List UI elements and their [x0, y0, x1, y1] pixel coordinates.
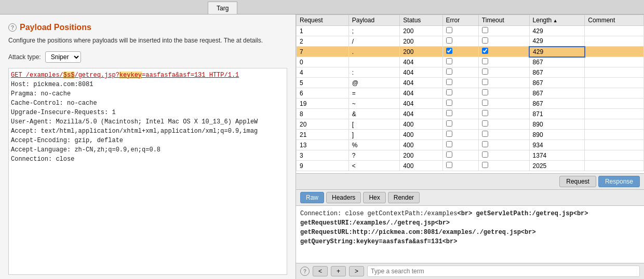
response-body: Connection: close getContextPath:/exampl…: [296, 206, 644, 263]
col-payload[interactable]: Payload: [348, 15, 400, 26]
attack-type-label: Attack type:: [8, 53, 41, 61]
add-button[interactable]: +: [331, 266, 346, 276]
tab-raw[interactable]: Raw: [300, 192, 324, 203]
format-tabs: Raw Headers Hex Render: [296, 190, 644, 206]
next-button[interactable]: >: [349, 266, 364, 276]
tab-target[interactable]: Targ: [208, 2, 237, 14]
tab-request[interactable]: Request: [559, 176, 596, 187]
description: Configure the positions where payloads w…: [8, 36, 287, 45]
page-title: Payload Positions: [20, 23, 91, 32]
help-icon[interactable]: ?: [8, 23, 17, 32]
table-row[interactable]: 4:404867: [297, 67, 644, 78]
search-bar: ? < + >: [296, 263, 644, 279]
tab-response[interactable]: Response: [598, 176, 640, 187]
attack-type-select[interactable]: Sniper: [45, 51, 81, 63]
table-row[interactable]: 6=404867: [297, 88, 644, 99]
results-table-container[interactable]: Request Payload Status Error Timeout Len…: [296, 15, 644, 173]
prev-button[interactable]: <: [313, 266, 328, 276]
col-comment[interactable]: Comment: [585, 15, 644, 26]
request-editor[interactable]: GET /examples/$s$/getreq.jsp?keykey=aasf…: [8, 68, 287, 275]
top-tab-bar: Targ: [0, 0, 644, 15]
table-row[interactable]: 1;200429: [297, 26, 644, 36]
tab-hex[interactable]: Hex: [363, 192, 385, 203]
tab-headers[interactable]: Headers: [326, 192, 361, 203]
left-panel: ? Payload Positions Configure the positi…: [0, 15, 296, 279]
search-help-icon[interactable]: ?: [300, 267, 310, 276]
col-error[interactable]: Error: [442, 15, 478, 26]
attack-type-row: Attack type: Sniper: [8, 51, 287, 63]
col-request[interactable]: Request: [297, 15, 349, 26]
table-row[interactable]: 7.200429: [297, 47, 644, 57]
table-row[interactable]: 13%400934: [297, 140, 644, 150]
bottom-area: Request Response Raw Headers Hex Render …: [296, 173, 644, 279]
table-row[interactable]: 3?2001374: [297, 150, 644, 161]
col-status[interactable]: Status: [400, 15, 442, 26]
col-length[interactable]: Length: [529, 15, 585, 26]
table-row[interactable]: 21]400890: [297, 130, 644, 140]
table-row[interactable]: 5@404867: [297, 78, 644, 88]
table-row[interactable]: 0404867: [297, 57, 644, 67]
table-row[interactable]: 9<4002025: [297, 161, 644, 171]
table-row[interactable]: 20[400890: [297, 119, 644, 130]
search-input[interactable]: [367, 266, 640, 277]
request-response-tabs: Request Response: [296, 174, 644, 190]
col-timeout[interactable]: Timeout: [478, 15, 529, 26]
results-table: Request Payload Status Error Timeout Len…: [296, 15, 644, 171]
request-highlight: GET /examples/$s$/getreq.jsp?keykey=aasf…: [11, 72, 239, 79]
section-title: ? Payload Positions: [8, 23, 287, 32]
table-row[interactable]: 2/200429: [297, 36, 644, 47]
right-panel: Request Payload Status Error Timeout Len…: [296, 15, 644, 279]
table-row[interactable]: 8&404871: [297, 109, 644, 119]
table-row[interactable]: 19~404867: [297, 99, 644, 109]
tab-render[interactable]: Render: [388, 192, 420, 203]
